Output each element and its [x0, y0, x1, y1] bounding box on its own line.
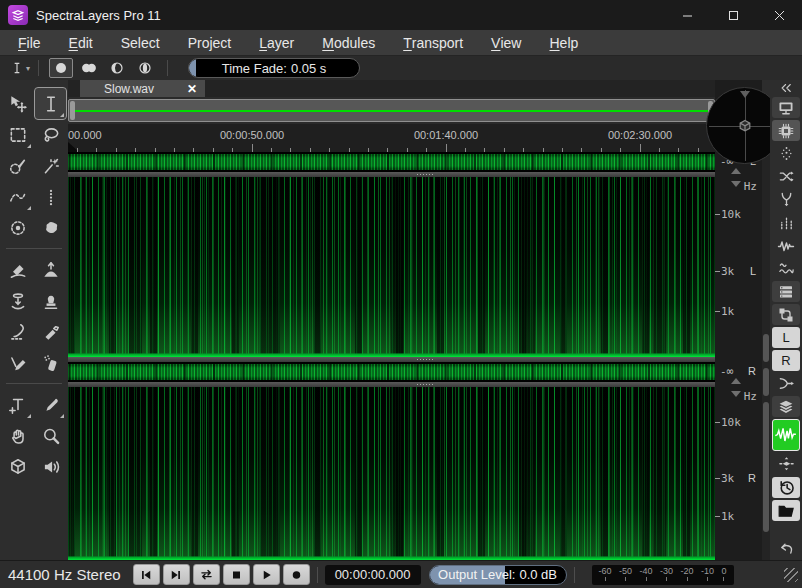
- mode-subtract-button[interactable]: [105, 58, 129, 78]
- meter-tick: -30: [660, 566, 673, 585]
- active-tool-button[interactable]: ▾: [10, 60, 30, 76]
- menu-project[interactable]: Project: [174, 30, 246, 55]
- clone-stamp-tool[interactable]: [35, 285, 66, 316]
- go-start-button[interactable]: [133, 564, 160, 585]
- go-end-button[interactable]: [163, 564, 190, 585]
- divider-handle[interactable]: [417, 174, 433, 175]
- unmix-noise-button[interactable]: [772, 212, 800, 233]
- brush-select-tool[interactable]: [2, 150, 33, 181]
- menu-view[interactable]: View: [477, 30, 535, 55]
- menu-help[interactable]: Help: [535, 30, 592, 55]
- denoise-button[interactable]: [772, 143, 800, 164]
- layer-thumbnail-button[interactable]: [772, 419, 800, 451]
- eraser-tool[interactable]: [2, 254, 33, 285]
- waveform-strip-left[interactable]: [68, 152, 715, 172]
- meter-tick: -20: [681, 566, 694, 585]
- processing-chip-button[interactable]: [772, 120, 800, 141]
- flatten-layers-button[interactable]: [772, 453, 800, 474]
- maximize-button[interactable]: [710, 0, 756, 30]
- transform-tool[interactable]: [2, 88, 33, 119]
- mode-intersect-button[interactable]: [133, 58, 157, 78]
- close-button[interactable]: [756, 0, 802, 30]
- channel-L-button[interactable]: L: [772, 327, 800, 348]
- spectral-selection-button[interactable]: [772, 258, 800, 279]
- ruler-time-label: 00.000: [68, 129, 102, 141]
- blob-tool[interactable]: [35, 212, 66, 243]
- divider-handle[interactable]: [417, 359, 433, 360]
- merge-arrow-button[interactable]: [772, 373, 800, 394]
- display-settings-button[interactable]: [772, 97, 800, 118]
- collapse-panel-button[interactable]: [772, 81, 800, 95]
- menu-file[interactable]: File: [4, 30, 55, 55]
- output-level-label: Output Level:: [438, 567, 515, 582]
- history-panel-button[interactable]: [772, 477, 800, 498]
- play-button[interactable]: [253, 564, 280, 585]
- time-ruler[interactable]: 00.00000:00:50.00000:01:40.00000:02:30.0…: [68, 124, 715, 152]
- zoom-tool[interactable]: [35, 420, 66, 451]
- heal-tool[interactable]: [2, 316, 33, 347]
- amplify-tool[interactable]: [35, 254, 66, 285]
- rect-select-tool[interactable]: [2, 119, 33, 150]
- text-cursor-tool[interactable]: [35, 88, 66, 119]
- tab-slow-wav[interactable]: Slow.wav ✕: [80, 80, 205, 97]
- menu-edit[interactable]: Edit: [55, 30, 107, 55]
- file-browser-button[interactable]: [772, 500, 800, 521]
- hand-tool[interactable]: [2, 420, 33, 451]
- output-level-slider[interactable]: Output Level: 0.0 dB: [429, 565, 567, 585]
- dotted-line-tool[interactable]: [35, 181, 66, 212]
- minimize-button[interactable]: [664, 0, 710, 30]
- menu-select[interactable]: Select: [107, 30, 174, 55]
- tab-close-icon[interactable]: ✕: [187, 82, 197, 96]
- panel-dock: LR: [770, 80, 802, 560]
- layer-list-button[interactable]: [772, 281, 800, 302]
- layers-panel-button[interactable]: [772, 396, 800, 417]
- menu-transport[interactable]: Transport: [389, 30, 477, 55]
- window-title: SpectraLayers Pro 11: [36, 8, 161, 23]
- cube3d-tool[interactable]: [2, 451, 33, 482]
- collapse-up-icon[interactable]: [731, 168, 741, 174]
- channel-R-button[interactable]: R: [772, 350, 800, 371]
- loop-button[interactable]: [193, 564, 220, 585]
- spot-select-tool[interactable]: [2, 212, 33, 243]
- waveform-strip-right[interactable]: [68, 362, 715, 382]
- divider-handle[interactable]: [417, 384, 433, 385]
- type-tool[interactable]: [2, 389, 33, 420]
- lasso-tool[interactable]: [35, 119, 66, 150]
- menu-modules[interactable]: Modules: [308, 30, 389, 55]
- collapse-down-icon[interactable]: [731, 181, 741, 187]
- chevron-down-icon: ▾: [26, 64, 30, 73]
- collapse-down-icon[interactable]: [731, 391, 741, 397]
- node-graph-button[interactable]: [772, 304, 800, 325]
- stop-button[interactable]: [223, 564, 250, 585]
- selection-mode-group: [47, 58, 159, 78]
- mode-add-button[interactable]: [77, 58, 101, 78]
- magic-wand-tool[interactable]: [35, 150, 66, 181]
- record-button[interactable]: [283, 564, 310, 585]
- spectrogram-right[interactable]: [68, 387, 715, 560]
- overview-range[interactable]: [68, 99, 715, 122]
- vertical-scrollbar[interactable]: [762, 152, 770, 560]
- curve-select-tool[interactable]: [2, 181, 33, 212]
- range-start-handle[interactable]: [70, 101, 75, 120]
- time-display[interactable]: 00:00:00.000: [325, 565, 421, 585]
- pencil-tool[interactable]: [2, 347, 33, 378]
- marker-tool[interactable]: [35, 316, 66, 347]
- spray-tool[interactable]: [35, 347, 66, 378]
- merge-down-arrows-button[interactable]: [772, 189, 800, 210]
- resize-grip[interactable]: [784, 568, 798, 582]
- picker-tool[interactable]: [35, 389, 66, 420]
- unmix-shuffle-button[interactable]: [772, 166, 800, 187]
- spectrogram-left[interactable]: [68, 177, 715, 357]
- time-fade-fill: [189, 59, 196, 77]
- undo-button[interactable]: [772, 538, 800, 559]
- collapse-up-icon[interactable]: [731, 378, 741, 384]
- tool-options-bar: ▾ Time Fade: 0.05 s: [0, 56, 802, 80]
- audition-tool[interactable]: [35, 451, 66, 482]
- attenuate-tool[interactable]: [2, 285, 33, 316]
- waveform-panel-button[interactable]: [772, 235, 800, 256]
- time-fade-slider[interactable]: Time Fade: 0.05 s: [188, 58, 360, 78]
- tool-palette: [0, 80, 68, 560]
- menu-layer[interactable]: Layer: [245, 30, 308, 55]
- overview-navigator[interactable]: [68, 97, 715, 124]
- mode-new-button[interactable]: [49, 58, 73, 78]
